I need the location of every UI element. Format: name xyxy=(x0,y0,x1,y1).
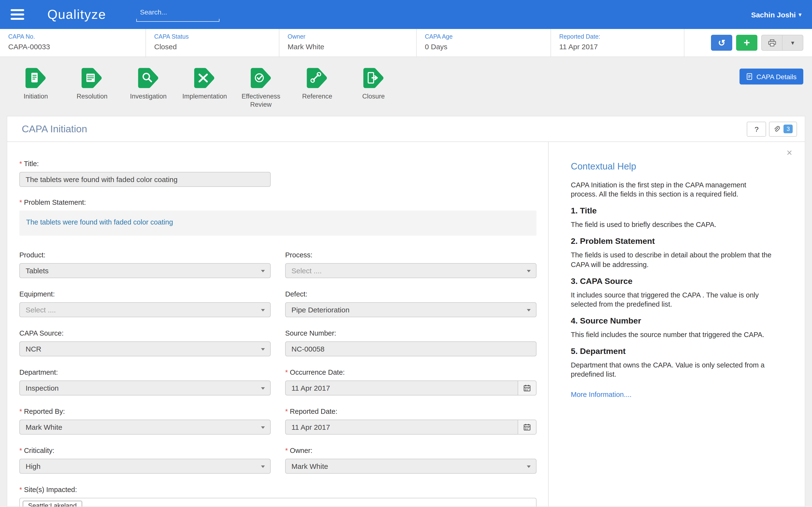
list-icon xyxy=(80,66,105,91)
link-icon xyxy=(305,66,330,91)
chevron-down-icon xyxy=(527,270,531,272)
defect-field: Defect: Pipe Deterioration xyxy=(285,290,537,317)
capa-details-button[interactable]: CAPA Details xyxy=(740,68,803,84)
reported-date-input[interactable]: 11 Apr 2017 xyxy=(285,419,537,435)
equipment-field: Equipment: Select .... xyxy=(19,290,271,317)
product-label: Product: xyxy=(19,251,271,259)
capa-source-field: CAPA Source: NCR xyxy=(19,329,271,356)
reported-date-label: Reported Date: xyxy=(285,407,537,415)
search-underline xyxy=(136,19,219,22)
initiation-form: Title: The tablets were found with faded… xyxy=(7,142,549,507)
chevron-down-icon xyxy=(261,427,265,429)
secondary-actions-group: ▾ xyxy=(761,35,803,51)
history-button[interactable]: ↺ xyxy=(711,35,732,51)
print-button[interactable] xyxy=(761,35,782,51)
step-resolution[interactable]: Resolution xyxy=(65,66,119,101)
more-actions-button[interactable]: ▾ xyxy=(782,35,803,51)
search-box xyxy=(136,7,219,22)
owner-select[interactable]: Mark White xyxy=(285,459,537,474)
step-initiation[interactable]: Initiation xyxy=(9,66,63,101)
qualityze-app: Qualityze Sachin Joshi ▾ CAPA No. CAPA-0… xyxy=(0,0,812,507)
site-tag[interactable]: Seattle;Lakeland xyxy=(23,501,82,507)
criticality-field: Criticality: High xyxy=(19,447,271,474)
department-select[interactable]: Inspection xyxy=(19,381,271,395)
capa-initiation-card: CAPA Initiation ? 3 Title: The tablets w… xyxy=(7,116,805,507)
menu-icon[interactable] xyxy=(11,7,25,22)
close-icon[interactable]: × xyxy=(786,148,792,157)
title-field: Title: The tablets were found with faded… xyxy=(19,160,548,187)
step-investigation[interactable]: Investigation xyxy=(121,66,175,101)
form-grid: Product: Tablets Process: Select .... xyxy=(19,251,548,486)
problem-statement-input[interactable]: The tablets were found with faded color … xyxy=(19,211,537,236)
capa-source-select[interactable]: NCR xyxy=(19,341,271,356)
defect-select[interactable]: Pipe Deterioration xyxy=(285,302,537,317)
door-icon xyxy=(361,66,386,91)
calendar-button[interactable] xyxy=(518,420,536,434)
calendar-icon xyxy=(523,424,531,431)
owner-field: Owner: Mark White xyxy=(285,447,537,474)
user-name: Sachin Joshi xyxy=(751,10,796,18)
plus-icon: + xyxy=(744,37,750,49)
source-number-field: Source Number: NC-00058 xyxy=(285,329,537,356)
help-intro: CAPA Initiation is the first step in the… xyxy=(571,181,773,199)
help-heading-capa-source: 3. CAPA Source xyxy=(571,276,773,286)
process-field: Process: Select .... xyxy=(285,251,537,278)
info-actions: ↺ + ▾ xyxy=(684,29,812,56)
attachment-count-badge: 3 xyxy=(784,125,793,133)
help-text-problem-statement: The fields is used to describe in detail… xyxy=(571,251,773,270)
step-implementation[interactable]: Implementation xyxy=(177,66,232,101)
help-text-department: Department that owns the CAPA. Value is … xyxy=(571,361,773,379)
problem-statement-label: Problem Statement: xyxy=(19,199,548,206)
user-menu[interactable]: Sachin Joshi ▾ xyxy=(751,10,801,18)
criticality-select[interactable]: High xyxy=(19,459,271,474)
tools-icon xyxy=(192,66,217,91)
product-select[interactable]: Tablets xyxy=(19,263,271,278)
info-field-capa-age: CAPA Age 0 Days xyxy=(417,29,551,56)
product-field: Product: Tablets xyxy=(19,251,271,278)
printer-icon xyxy=(768,39,776,47)
reported-by-select[interactable]: Mark White xyxy=(19,419,271,435)
help-button[interactable]: ? xyxy=(747,121,766,136)
calendar-button[interactable] xyxy=(518,381,536,395)
capa-source-label: CAPA Source: xyxy=(19,329,271,337)
title-input[interactable]: The tablets were found with faded color … xyxy=(19,172,271,187)
defect-label: Defect: xyxy=(285,290,537,298)
source-number-input[interactable]: NC-00058 xyxy=(285,341,537,356)
info-field-owner: Owner Mark White xyxy=(280,29,417,56)
section-header-actions: ? 3 xyxy=(747,121,797,136)
magnifier-icon xyxy=(136,66,161,91)
occurrence-date-input[interactable]: 11 Apr 2017 xyxy=(285,381,537,395)
info-field-capa-status: CAPA Status Closed xyxy=(146,29,280,56)
info-field-reported-date: Reported Date: 11 Apr 2017 xyxy=(551,29,684,56)
occurrence-date-label: Occurrence Date: xyxy=(285,369,537,376)
sites-impacted-label: Site(s) Impacted: xyxy=(19,486,548,494)
calendar-icon xyxy=(523,384,531,392)
help-title: Contextual Help xyxy=(571,161,773,172)
info-field-capa-no: CAPA No. CAPA-00033 xyxy=(0,29,146,56)
step-closure[interactable]: Closure xyxy=(346,66,400,101)
section-body: Title: The tablets were found with faded… xyxy=(7,142,805,507)
reported-by-field: Reported By: Mark White xyxy=(19,407,271,435)
help-text-title: The field is used to briefly describes t… xyxy=(571,220,773,230)
chevron-down-icon xyxy=(261,465,265,468)
document-icon xyxy=(23,66,48,91)
attachments-button[interactable]: 3 xyxy=(769,121,797,136)
process-select[interactable]: Select .... xyxy=(285,263,537,278)
brand-logo[interactable]: Qualityze xyxy=(47,7,106,22)
step-reference[interactable]: Reference xyxy=(290,66,344,101)
section-header: CAPA Initiation ? 3 xyxy=(7,116,805,142)
chevron-down-icon xyxy=(527,309,531,312)
chevron-down-icon xyxy=(527,465,531,468)
step-effectiveness-review[interactable]: Effectiveness Review xyxy=(234,66,288,109)
add-button[interactable]: + xyxy=(736,35,757,51)
top-navbar: Qualityze Sachin Joshi ▾ xyxy=(0,0,812,29)
more-information-link[interactable]: More Information.... xyxy=(571,391,631,399)
department-field: Department: Inspection xyxy=(19,369,271,395)
workflow-steps: Initiation Resolution Investigation xyxy=(0,57,812,116)
equipment-select[interactable]: Select .... xyxy=(19,302,271,317)
problem-statement-field: Problem Statement: The tablets were foun… xyxy=(19,199,548,236)
help-heading-department: 5. Department xyxy=(571,347,773,356)
search-input[interactable] xyxy=(136,7,219,20)
sites-impacted-input[interactable]: Seattle;Lakeland xyxy=(19,498,537,507)
title-label: Title: xyxy=(19,160,548,168)
